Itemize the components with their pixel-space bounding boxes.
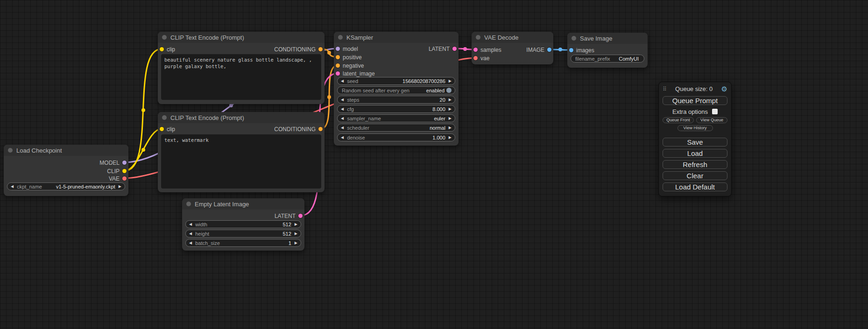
widget-steps[interactable]: ◀ steps 20 ▶: [337, 96, 455, 104]
node-title-bar[interactable]: Save Image: [567, 33, 648, 44]
increment-arrow-icon[interactable]: ▶: [295, 241, 297, 245]
output-dot-image[interactable]: [547, 48, 551, 52]
output-slot-image[interactable]: IMAGE: [526, 46, 551, 54]
output-dot-model[interactable]: [122, 161, 127, 165]
output-slot-conditioning[interactable]: CONDITIONING: [274, 125, 323, 133]
graph-canvas[interactable]: Load Checkpoint MODEL CLIP VAE ◀ ckpt_na…: [0, 0, 868, 329]
decrement-arrow-icon[interactable]: ◀: [189, 232, 192, 236]
input-dot-latent-image[interactable]: [336, 71, 340, 76]
collapse-dot[interactable]: [162, 115, 167, 120]
output-slot-model[interactable]: MODEL: [99, 159, 127, 167]
queue-prompt-button[interactable]: Queue Prompt: [663, 96, 727, 105]
view-queue-button[interactable]: View Queue: [696, 117, 727, 123]
input-slot-samples[interactable]: samples: [473, 46, 501, 54]
decrement-arrow-icon[interactable]: ◀: [341, 136, 344, 140]
collapse-dot[interactable]: [186, 202, 191, 206]
input-slot-positive[interactable]: positive: [336, 53, 362, 61]
input-dot-negative[interactable]: [336, 63, 340, 68]
output-slot-latent[interactable]: LATENT: [275, 212, 303, 220]
output-dot-clip[interactable]: [122, 169, 127, 173]
output-dot-conditioning[interactable]: [318, 127, 323, 131]
view-history-button[interactable]: View History: [677, 125, 713, 131]
input-dot-images[interactable]: [569, 48, 573, 52]
increment-arrow-icon[interactable]: ▶: [119, 185, 121, 189]
node-save-image[interactable]: Save Image images filename_prefix ComfyU…: [567, 33, 648, 68]
input-slot-vae[interactable]: vae: [473, 54, 489, 62]
input-dot-clip[interactable]: [160, 47, 164, 51]
increment-arrow-icon[interactable]: ▶: [295, 232, 297, 236]
input-slot-model[interactable]: model: [336, 45, 358, 53]
widget-cfg[interactable]: ◀ cfg 8.000 ▶: [337, 105, 455, 113]
input-dot-vae[interactable]: [473, 56, 478, 60]
output-slot-conditioning[interactable]: CONDITIONING: [274, 45, 323, 53]
decrement-arrow-icon[interactable]: ◀: [341, 79, 344, 83]
decrement-arrow-icon[interactable]: ◀: [189, 223, 192, 226]
node-title-bar[interactable]: KSampler: [334, 32, 459, 43]
widget-ckpt-name[interactable]: ◀ ckpt_name v1-5-pruned-emaonly.ckpt ▶: [7, 182, 125, 190]
decrement-arrow-icon[interactable]: ◀: [341, 98, 344, 102]
output-dot-vae[interactable]: [122, 176, 127, 181]
drag-handle-icon[interactable]: ⠿: [663, 86, 667, 92]
input-dot-clip[interactable]: [160, 127, 164, 131]
clear-button[interactable]: Clear: [663, 171, 727, 180]
increment-arrow-icon[interactable]: ▶: [295, 223, 297, 226]
node-title-bar[interactable]: Load Checkpoint: [4, 145, 128, 156]
input-slot-latent-image[interactable]: latent_image: [336, 70, 375, 77]
extra-options-checkbox[interactable]: [712, 109, 718, 114]
input-slot-clip[interactable]: clip: [160, 125, 175, 133]
increment-arrow-icon[interactable]: ▶: [449, 136, 452, 140]
input-slot-clip[interactable]: clip: [160, 45, 175, 53]
widget-random-seed-toggle[interactable]: Random seed after every gen enabled: [337, 86, 455, 94]
widget-denoise[interactable]: ◀ denoise 1.000 ▶: [337, 133, 455, 141]
input-dot-positive[interactable]: [336, 55, 340, 59]
node-title-bar[interactable]: CLIP Text Encode (Prompt): [158, 112, 325, 123]
output-slot-vae[interactable]: VAE: [109, 175, 127, 182]
node-clip-text-encode-negative[interactable]: CLIP Text Encode (Prompt) clip CONDITION…: [158, 112, 325, 192]
output-slot-latent[interactable]: LATENT: [429, 45, 457, 53]
widget-batch-size[interactable]: ◀ batch_size 1 ▶: [185, 239, 301, 247]
node-title-bar[interactable]: CLIP Text Encode (Prompt): [158, 32, 325, 43]
increment-arrow-icon[interactable]: ▶: [449, 98, 452, 102]
input-dot-samples[interactable]: [473, 48, 478, 52]
refresh-button[interactable]: Refresh: [663, 160, 727, 169]
node-title-bar[interactable]: VAE Decode: [472, 32, 553, 43]
node-vae-decode[interactable]: VAE Decode samples vae IMAGE: [472, 32, 553, 64]
output-dot-latent[interactable]: [452, 47, 457, 51]
toggle-knob[interactable]: [446, 88, 452, 93]
widget-scheduler[interactable]: ◀ scheduler normal ▶: [337, 124, 455, 132]
save-button[interactable]: Save: [663, 138, 727, 147]
widget-filename-prefix[interactable]: filename_prefix ComfyUI: [571, 55, 644, 63]
prompt-textarea[interactable]: text, watermark: [161, 134, 321, 189]
increment-arrow-icon[interactable]: ▶: [449, 79, 452, 83]
load-default-button[interactable]: Load Default: [663, 182, 727, 191]
increment-arrow-icon[interactable]: ▶: [449, 107, 452, 111]
input-slot-images[interactable]: images: [569, 46, 594, 54]
collapse-dot[interactable]: [572, 36, 576, 41]
node-clip-text-encode-positive[interactable]: CLIP Text Encode (Prompt) clip CONDITION…: [158, 32, 325, 104]
decrement-arrow-icon[interactable]: ◀: [189, 241, 192, 245]
collapse-dot[interactable]: [162, 35, 167, 40]
input-dot-model[interactable]: [336, 47, 340, 51]
load-button[interactable]: Load: [663, 149, 727, 158]
decrement-arrow-icon[interactable]: ◀: [341, 117, 344, 120]
node-empty-latent-image[interactable]: Empty Latent Image LATENT ◀ width 512 ▶ …: [182, 198, 304, 251]
prompt-textarea[interactable]: beautiful scenery nature glass bottle la…: [161, 54, 321, 100]
collapse-dot[interactable]: [338, 35, 343, 40]
widget-width[interactable]: ◀ width 512 ▶: [185, 220, 301, 228]
queue-front-button[interactable]: Queue Front: [663, 117, 694, 123]
increment-arrow-icon[interactable]: ▶: [449, 126, 452, 130]
output-dot-latent[interactable]: [298, 214, 303, 218]
node-load-checkpoint[interactable]: Load Checkpoint MODEL CLIP VAE ◀ ckpt_na…: [4, 145, 128, 196]
input-slot-negative[interactable]: negative: [336, 62, 364, 70]
node-ksampler[interactable]: KSampler model positive negative latent_…: [334, 32, 459, 146]
decrement-arrow-icon[interactable]: ◀: [341, 107, 344, 111]
increment-arrow-icon[interactable]: ▶: [449, 117, 452, 120]
output-dot-conditioning[interactable]: [318, 47, 323, 51]
collapse-dot[interactable]: [8, 148, 13, 153]
decrement-arrow-icon[interactable]: ◀: [341, 126, 344, 130]
settings-gear-icon[interactable]: ⚙: [721, 85, 727, 93]
node-title-bar[interactable]: Empty Latent Image: [182, 198, 304, 210]
decrement-arrow-icon[interactable]: ◀: [11, 185, 14, 189]
output-slot-clip[interactable]: CLIP: [107, 167, 127, 175]
widget-sampler-name[interactable]: ◀ sampler_name euler ▶: [337, 114, 455, 122]
